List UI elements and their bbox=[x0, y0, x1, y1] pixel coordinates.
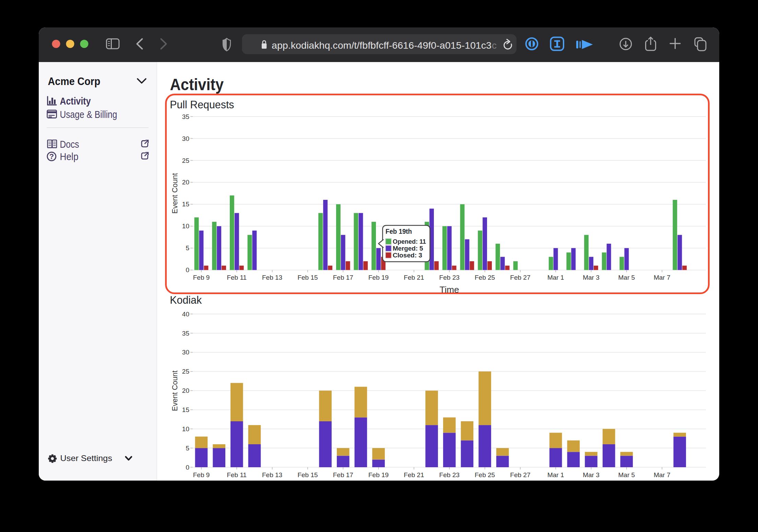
svg-text:Feb 23: Feb 23 bbox=[439, 274, 460, 281]
svg-text:30: 30 bbox=[182, 135, 189, 142]
svg-text:Feb 23: Feb 23 bbox=[439, 471, 460, 479]
svg-text:20: 20 bbox=[182, 387, 189, 394]
svg-text:User Settings: User Settings bbox=[60, 454, 112, 463]
svg-text:?: ? bbox=[49, 152, 54, 161]
svg-text:Help: Help bbox=[60, 151, 79, 162]
svg-text:Feb 25: Feb 25 bbox=[475, 471, 495, 479]
svg-text:Feb 9: Feb 9 bbox=[193, 471, 210, 479]
svg-text:Kodiak: Kodiak bbox=[170, 294, 202, 306]
svg-text:20: 20 bbox=[182, 179, 189, 186]
svg-text:Event Count: Event Count bbox=[171, 173, 179, 214]
svg-text:40: 40 bbox=[182, 311, 189, 318]
svg-text:35: 35 bbox=[182, 113, 189, 120]
svg-text:15: 15 bbox=[182, 201, 189, 208]
svg-text:Feb 21: Feb 21 bbox=[404, 274, 424, 281]
svg-text:5: 5 bbox=[186, 244, 189, 252]
svg-text:Feb 19: Feb 19 bbox=[368, 274, 389, 281]
svg-text:Mar 5: Mar 5 bbox=[618, 471, 635, 479]
svg-text:0: 0 bbox=[186, 266, 189, 274]
svg-text:Activity: Activity bbox=[170, 75, 224, 94]
svg-text:Pull Requests: Pull Requests bbox=[170, 98, 234, 111]
svg-text:15: 15 bbox=[182, 406, 189, 413]
svg-text:Mar 7: Mar 7 bbox=[654, 471, 671, 479]
svg-text:Mar 7: Mar 7 bbox=[654, 274, 671, 281]
svg-text:0: 0 bbox=[186, 464, 189, 471]
svg-text:Activity: Activity bbox=[60, 95, 91, 107]
svg-text:Mar 3: Mar 3 bbox=[583, 471, 600, 479]
svg-text:10: 10 bbox=[182, 222, 189, 230]
svg-text:Feb 11: Feb 11 bbox=[227, 274, 247, 281]
svg-text:Mar 1: Mar 1 bbox=[547, 471, 564, 479]
svg-text:Feb 27: Feb 27 bbox=[510, 274, 530, 281]
svg-text:c: c bbox=[492, 40, 497, 51]
svg-text:Docs: Docs bbox=[60, 138, 79, 150]
svg-text:30: 30 bbox=[182, 349, 189, 356]
svg-text:Time: Time bbox=[440, 285, 459, 295]
svg-text:Feb 13: Feb 13 bbox=[262, 274, 282, 281]
svg-text:Feb 11: Feb 11 bbox=[227, 471, 247, 479]
svg-text:Acme Corp: Acme Corp bbox=[48, 75, 100, 87]
svg-text:Feb 15: Feb 15 bbox=[297, 471, 318, 479]
svg-text:Feb 19th: Feb 19th bbox=[386, 227, 412, 235]
svg-text:5: 5 bbox=[186, 445, 189, 452]
svg-text:25: 25 bbox=[182, 368, 189, 375]
svg-text:35: 35 bbox=[182, 330, 189, 337]
svg-text:25: 25 bbox=[182, 157, 189, 164]
svg-text:Event Count: Event Count bbox=[171, 371, 179, 411]
svg-text:Feb 25: Feb 25 bbox=[475, 274, 495, 281]
svg-text:Feb 9: Feb 9 bbox=[193, 274, 210, 281]
svg-text:Mar 1: Mar 1 bbox=[547, 274, 564, 281]
svg-text:Mar 3: Mar 3 bbox=[583, 274, 600, 281]
svg-text:app.kodiakhq.com/t/fbfbfcff-66: app.kodiakhq.com/t/fbfbfcff-6616-49f0-a0… bbox=[272, 40, 491, 51]
svg-text:Closed: 3: Closed: 3 bbox=[393, 252, 422, 259]
svg-text:Feb 19: Feb 19 bbox=[368, 471, 389, 479]
svg-text:Feb 21: Feb 21 bbox=[404, 471, 424, 479]
svg-text:Feb 17: Feb 17 bbox=[333, 274, 353, 281]
svg-text:Merged: 5: Merged: 5 bbox=[393, 245, 423, 252]
svg-text:Feb 13: Feb 13 bbox=[262, 471, 282, 479]
svg-text:Mar 5: Mar 5 bbox=[618, 274, 635, 281]
svg-text:Usage & Billing: Usage & Billing bbox=[60, 109, 117, 120]
svg-text:Feb 17: Feb 17 bbox=[333, 471, 353, 479]
svg-text:Opened: 11: Opened: 11 bbox=[393, 238, 426, 245]
svg-text:Feb 15: Feb 15 bbox=[297, 274, 318, 281]
svg-text:Feb 27: Feb 27 bbox=[510, 471, 530, 479]
svg-text:10: 10 bbox=[182, 425, 189, 433]
